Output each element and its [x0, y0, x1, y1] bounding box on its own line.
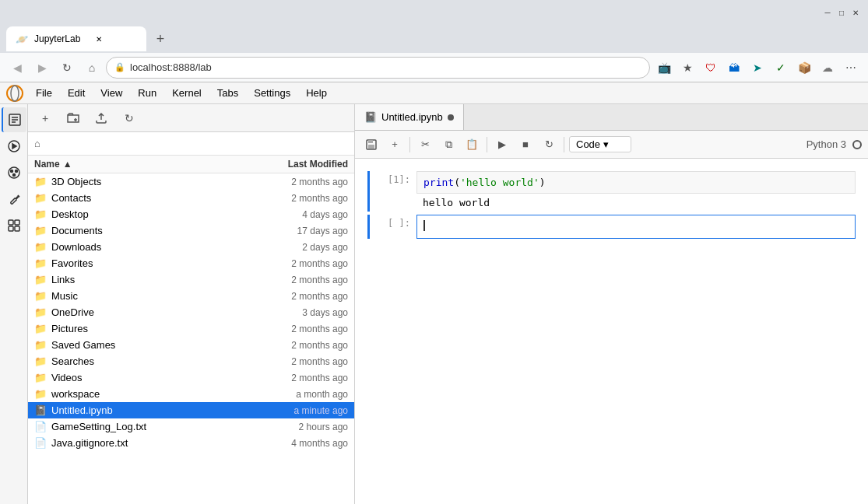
file-item-contacts[interactable]: 📁 Contacts 2 months ago [28, 190, 354, 206]
kernel-status-indicator [852, 140, 862, 149]
file-name: Contacts [51, 192, 247, 204]
cell-output-1: hello world [416, 194, 856, 212]
new-folder-button[interactable] [62, 107, 84, 129]
forward-button[interactable]: ▶ [31, 57, 53, 79]
menu-button[interactable]: ⋯ [840, 57, 862, 79]
file-breadcrumb: ⌂ [28, 132, 354, 156]
back-button[interactable]: ◀ [6, 57, 28, 79]
menu-kernel[interactable]: Kernel [164, 86, 209, 100]
address-bar[interactable]: 🔒 localhost:8888/lab [106, 57, 650, 79]
svg-point-10 [12, 174, 15, 177]
sidebar-icon-palette[interactable] [2, 160, 26, 185]
minimize-button[interactable]: ─ [821, 6, 834, 19]
toolbar-separator-2 [487, 137, 487, 152]
extension4-button[interactable]: 📦 [793, 57, 815, 79]
file-item-favorites[interactable]: 📁 Favorites 2 months ago [28, 255, 354, 271]
cell-type-chevron: ▾ [603, 138, 609, 150]
file-header-name[interactable]: Name ▲ [34, 159, 247, 170]
file-date: 2 months ago [247, 340, 348, 351]
maximize-button[interactable]: □ [835, 6, 848, 19]
run-button[interactable]: ▶ [492, 135, 512, 155]
notebook-tab-modified-indicator [448, 114, 454, 121]
menu-view[interactable]: View [93, 86, 130, 100]
sidebar-icon-running[interactable] [2, 134, 26, 159]
refresh-files-button[interactable]: ↻ [118, 107, 140, 129]
menu-file[interactable]: File [28, 86, 60, 100]
save-button[interactable] [361, 135, 381, 155]
tab-title: JupyterLab [34, 33, 80, 44]
cell-type-selector[interactable]: Code ▾ [569, 136, 631, 152]
browser-tab-jupyterlab[interactable]: 🪐 JupyterLab ✕ [6, 26, 146, 51]
cell-input-2[interactable] [416, 215, 856, 239]
copy-button[interactable]: ⧉ [438, 135, 459, 155]
extension3-button[interactable]: ✓ [770, 57, 792, 79]
file-item-links[interactable]: 📁 Links 2 months ago [28, 271, 354, 288]
menu-help[interactable]: Help [298, 86, 335, 100]
cell-content-1: print('hello world') hello world [416, 171, 856, 212]
app-menubar: File Edit View Run Kernel Tabs Settings … [0, 82, 868, 104]
column-name-label: Name [34, 159, 60, 170]
file-date: 4 months ago [247, 438, 348, 449]
adblock-icon-button[interactable]: 🛡 [700, 57, 722, 79]
file-item-desktop[interactable]: 📁 Desktop 4 days ago [28, 206, 354, 222]
tab-close-button[interactable]: ✕ [93, 33, 105, 45]
file-item-videos[interactable]: 📁 Videos 2 months ago [28, 369, 354, 386]
cell-prompt-2: [ ]: [370, 215, 416, 239]
lock-icon: 🔒 [114, 62, 125, 72]
notebook-area: 📓 Untitled.ipynb + ✂ ⧉ 📋 [355, 104, 868, 504]
new-launcher-button[interactable]: + [34, 107, 56, 129]
file-item-pictures[interactable]: 📁 Pictures 2 months ago [28, 320, 354, 337]
sidebar-icon-files[interactable] [2, 107, 26, 132]
extension5-button[interactable]: ☁ [817, 57, 838, 79]
cell-input-1[interactable]: print('hello world') [416, 171, 856, 194]
upload-button[interactable] [90, 107, 112, 129]
file-panel: + ↻ ⌂ [28, 104, 355, 504]
menu-edit[interactable]: Edit [60, 86, 93, 100]
sidebar-icon-wrench[interactable] [2, 187, 26, 212]
restart-kernel-button[interactable]: ↻ [539, 135, 559, 155]
menu-tabs[interactable]: Tabs [209, 86, 246, 100]
menu-run[interactable]: Run [130, 86, 164, 100]
file-item-music[interactable]: 📁 Music 2 months ago [28, 288, 354, 304]
file-item-javagitignore[interactable]: 📄 Java.gitignore.txt 4 months ago [28, 435, 354, 451]
kernel-status: Python 3 [807, 138, 862, 150]
file-item-onedrive[interactable]: 📁 OneDrive 3 days ago [28, 304, 354, 320]
notebook-tab-untitled[interactable]: 📓 Untitled.ipynb [355, 104, 464, 130]
home-breadcrumb-icon[interactable]: ⌂ [34, 138, 40, 149]
file-item-downloads[interactable]: 📁 Downloads 2 days ago [28, 239, 354, 255]
cut-button[interactable]: ✂ [415, 135, 435, 155]
file-name: Links [51, 274, 247, 285]
bookmark-icon-button[interactable]: ★ [676, 57, 698, 79]
refresh-button[interactable]: ↻ [56, 57, 78, 79]
home-button[interactable]: ⌂ [81, 57, 103, 79]
file-date: a month ago [247, 389, 348, 400]
menu-settings[interactable]: Settings [246, 86, 298, 100]
svg-rect-13 [9, 226, 13, 231]
file-item-3dobjects[interactable]: 📁 3D Objects 2 months ago [28, 173, 354, 190]
window-controls[interactable]: ─ □ ✕ [821, 6, 862, 19]
paste-button[interactable]: 📋 [462, 135, 482, 155]
close-button[interactable]: ✕ [849, 6, 862, 19]
cast-icon-button[interactable]: 📺 [653, 57, 675, 79]
file-item-savedgames[interactable]: 📁 Saved Games 2 months ago [28, 337, 354, 353]
folder-icon: 📁 [34, 241, 47, 253]
tab-icon: 🪐 [16, 33, 28, 45]
tab-bar: 🪐 JupyterLab ✕ + [0, 25, 868, 53]
file-item-untitled-ipynb[interactable]: 📓 Untitled.ipynb a minute ago [28, 402, 354, 418]
file-date: 4 days ago [247, 209, 348, 220]
file-item-documents[interactable]: 📁 Documents 17 days ago [28, 222, 354, 239]
stop-button[interactable]: ■ [515, 135, 536, 155]
file-name: Pictures [51, 323, 247, 334]
folder-icon: 📁 [34, 388, 47, 400]
file-item-workspace[interactable]: 📁 workspace a month ago [28, 386, 354, 402]
file-item-gamesetting[interactable]: 📄 GameSetting_Log.txt 2 hours ago [28, 418, 354, 435]
add-cell-button[interactable]: + [385, 135, 405, 155]
new-tab-button[interactable]: + [149, 28, 171, 50]
extension1-button[interactable]: 🏔 [723, 57, 745, 79]
text-icon: 📄 [34, 421, 47, 432]
sidebar-icon-extension[interactable] [2, 213, 26, 238]
file-name: Searches [51, 355, 247, 367]
app-logo [6, 85, 23, 102]
extension2-button[interactable]: ➤ [747, 57, 768, 79]
file-item-searches[interactable]: 📁 Searches 2 months ago [28, 353, 354, 369]
